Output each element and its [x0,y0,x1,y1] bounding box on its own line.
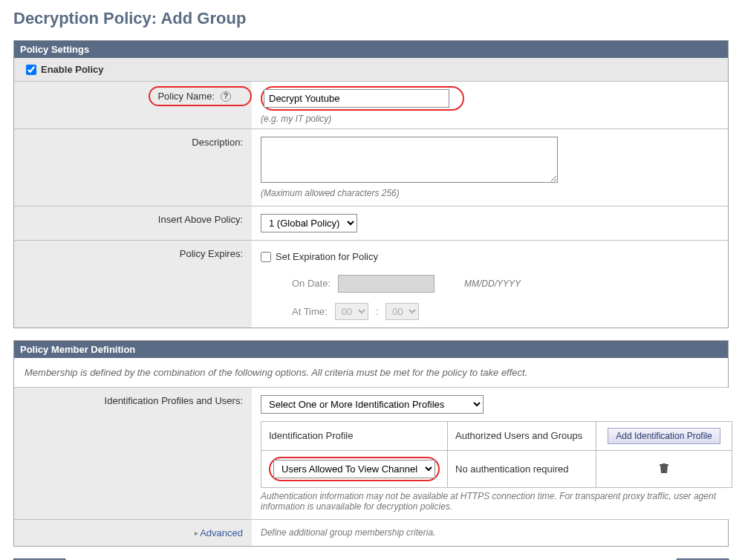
time-colon: : [376,306,379,317]
policy-name-row: Policy Name: ? (e.g. my IT policy) [14,82,728,129]
enable-policy-label: Enable Policy [41,64,104,75]
description-label: Description: [192,137,243,148]
policy-expires-row: Policy Expires: Set Expiration for Polic… [14,241,728,328]
insert-above-label: Insert Above Policy: [158,214,243,225]
policy-name-input-highlight [261,86,464,111]
policy-settings-section: Policy Settings Enable Policy Policy Nam… [13,40,729,328]
profile-select-highlight: Users Allowed To View Channel [269,457,440,481]
member-note: Membership is defined by the combination… [14,358,728,388]
identification-table: Identification Profile Authorized Users … [261,421,732,488]
chevron-right-icon: ▸ [195,529,198,537]
description-textarea[interactable] [261,137,558,183]
authorized-users-cell: No authentication required [448,450,596,487]
enable-policy-row: Enable Policy [14,58,728,82]
profile-row-select[interactable]: Users Allowed To View Channel [273,460,435,478]
identification-row: Identification Profiles and Users: Selec… [14,388,728,520]
policy-name-highlight: Policy Name: ? [149,86,252,106]
insert-above-row: Insert Above Policy: 1 (Global Policy) [14,206,728,241]
table-row: Users Allowed To View Channel No authent… [261,450,732,487]
advanced-label: Advanced [200,527,243,538]
policy-expires-label: Policy Expires: [180,248,243,259]
member-definition-section: Policy Member Definition Membership is d… [13,340,729,547]
enable-policy-checkbox[interactable] [26,65,36,75]
advanced-toggle[interactable]: ▸ Advanced [195,527,243,538]
description-row: Description: (Maximum allowed characters… [14,129,728,206]
date-format-hint: MM/DD/YYYY [464,279,521,289]
at-time-label: At Time: [292,306,328,317]
expiration-hour-select[interactable]: 00 [335,303,368,320]
col-users-header: Authorized Users and Groups [448,421,596,450]
expiration-minute-select[interactable]: 00 [385,303,419,320]
policy-name-input[interactable] [264,89,449,108]
policy-name-hint: (e.g. my IT policy) [261,114,719,124]
auth-hint: Authentication information may not be av… [261,491,732,512]
add-identification-profile-button[interactable]: Add Identification Profile [608,428,720,444]
page-title: Decryption Policy: Add Group [13,9,729,28]
help-icon[interactable]: ? [221,91,231,102]
description-hint: (Maximum allowed characters 256) [261,188,719,198]
trash-icon[interactable] [659,462,669,474]
expiration-date-input[interactable] [338,275,435,293]
policy-settings-header: Policy Settings [14,41,728,58]
insert-above-select[interactable]: 1 (Global Policy) [261,214,357,232]
identification-label: Identification Profiles and Users: [105,395,243,406]
advanced-text: Define additional group membership crite… [261,527,719,538]
advanced-row: ▸ Advanced Define additional group membe… [14,520,728,546]
member-definition-header: Policy Member Definition [14,341,728,358]
col-profile-header: Identification Profile [261,421,448,450]
table-header-row: Identification Profile Authorized Users … [261,421,732,450]
policy-name-label: Policy Name: [157,91,215,102]
on-date-label: On Date: [292,278,331,289]
identification-profiles-select[interactable]: Select One or More Identification Profil… [261,395,484,414]
set-expiration-label: Set Expiration for Policy [276,251,378,262]
set-expiration-checkbox[interactable] [261,252,271,262]
